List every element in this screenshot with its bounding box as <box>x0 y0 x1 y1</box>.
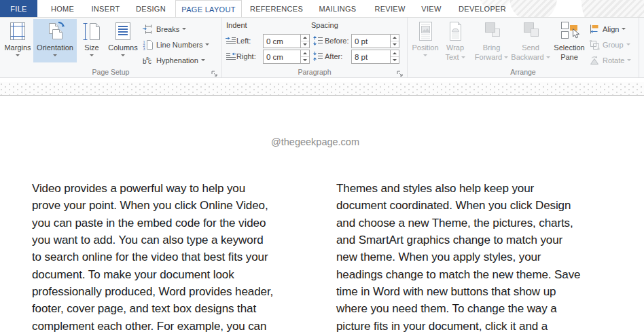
send-backward-icon <box>520 20 541 42</box>
spin-down-button[interactable] <box>301 56 309 63</box>
text-line: to search online for the video that best… <box>32 248 328 265</box>
svg-text:a-: a- <box>146 55 151 60</box>
text-line: professionally produced, Word provides h… <box>32 283 328 300</box>
position-button: Position <box>412 19 438 62</box>
selection-pane-icon <box>558 20 580 42</box>
tab-review[interactable]: REVIEW <box>371 0 409 17</box>
document-top-gap <box>0 82 644 96</box>
tab-home[interactable]: HOME <box>46 0 79 17</box>
svg-text:3: 3 <box>143 46 145 50</box>
text-line: prove your point. When you click Online … <box>32 197 328 214</box>
indent-left-input[interactable] <box>264 35 300 48</box>
spin-down-button[interactable] <box>391 41 399 48</box>
spin-up-button[interactable] <box>301 35 309 41</box>
bring-forward-button: Bring Forward <box>473 19 510 62</box>
bring-forward-icon <box>481 20 503 42</box>
indent-left-spinner <box>300 35 309 48</box>
line-numbers-button[interactable]: 1 2 3 Line Numbers <box>142 37 209 52</box>
spacing-before-field <box>351 34 399 48</box>
tab-developer[interactable]: DEVELOPER <box>454 0 511 17</box>
chevron-down-icon <box>16 54 20 56</box>
indent-left-field <box>263 34 310 48</box>
size-icon <box>81 20 103 42</box>
bring-forward-label: Bring <box>483 43 501 52</box>
indent-right-field <box>263 50 310 64</box>
paragraph-dialog-launcher[interactable] <box>397 68 404 75</box>
arrange-group-label: Arrange <box>408 68 639 76</box>
breaks-icon <box>142 24 154 35</box>
indent-right-label: Right: <box>236 52 256 60</box>
orientation-button[interactable]: Orientation <box>33 19 77 62</box>
spacing-before-icon <box>312 35 324 46</box>
spacing-after-label: After: <box>325 52 342 60</box>
page-setup-group-label: Page Setup <box>0 68 221 76</box>
ribbon-tab-bar: FILE HOME INSERT DESIGN PAGE LAYOUT REFE… <box>0 0 644 18</box>
chevron-down-icon <box>90 54 94 56</box>
group-icon <box>588 39 600 50</box>
selection-pane-button[interactable]: Selection Pane <box>552 19 587 62</box>
columns-label: Columns <box>108 43 137 52</box>
breaks-label: Breaks <box>156 25 179 33</box>
rotate-button: Rotate <box>588 52 631 68</box>
wrap-text-button: Wrap Text <box>440 19 471 62</box>
document-left-column[interactable]: Video provides a powerful way to help yo… <box>32 180 328 332</box>
group-arrange: Position Wrap Text <box>408 18 639 77</box>
spacing-after-icon <box>312 51 324 62</box>
page-setup-dialog-launcher[interactable] <box>211 68 218 75</box>
text-line: picture fits in your document, click it … <box>336 318 632 332</box>
text-line: and SmartArt graphics change to match yo… <box>336 232 632 248</box>
text-line: you want to add. You can also type a key… <box>32 232 328 248</box>
tab-insert[interactable]: INSERT <box>88 0 124 17</box>
orientation-icon <box>44 20 66 42</box>
tab-mailings[interactable]: MAILINGS <box>312 0 363 17</box>
indent-right-spinner <box>300 50 309 63</box>
text-line: Themes and styles also help keep your <box>336 180 632 197</box>
indent-left-icon <box>226 35 237 46</box>
hyphenation-label: Hyphenation <box>156 56 198 64</box>
spacing-before-spinner <box>390 35 399 48</box>
indent-left-label: Left: <box>236 37 251 45</box>
spacing-after-input[interactable] <box>352 50 390 63</box>
hyphenation-button[interactable]: b c a- Hyphenation <box>142 52 209 68</box>
text-line: new theme. When you apply styles, your <box>336 248 632 265</box>
chevron-down-icon <box>626 43 630 45</box>
align-button[interactable]: Align <box>588 21 631 37</box>
margins-button[interactable]: Margins <box>2 19 33 62</box>
watermark-text: @thegeekpage.com <box>0 136 637 147</box>
breaks-button[interactable]: Breaks <box>142 21 209 37</box>
text-line: where you need them. To change the way a <box>336 300 632 317</box>
chevron-down-icon <box>53 54 57 56</box>
margins-icon <box>7 20 29 42</box>
selection-pane-label: Selection <box>554 43 584 52</box>
tab-view[interactable]: VIEW <box>417 0 446 17</box>
chevron-down-icon <box>627 59 631 61</box>
tab-references[interactable]: REFERENCES <box>249 0 304 17</box>
document-right-column[interactable]: Themes and styles also help keep yourdoc… <box>336 180 632 332</box>
columns-button[interactable]: Columns <box>105 19 141 62</box>
chevron-down-icon <box>182 28 186 30</box>
align-icon <box>588 24 600 35</box>
document-page[interactable]: @thegeekpage.com Video provides a powerf… <box>0 96 644 332</box>
spin-down-button[interactable] <box>301 41 309 48</box>
text-line: time in Word with new buttons that show … <box>336 283 632 300</box>
spacing-before-input[interactable] <box>352 35 390 48</box>
spin-up-button[interactable] <box>301 50 309 56</box>
chevron-down-icon <box>423 54 427 56</box>
group-button: Group <box>588 37 631 52</box>
spacing-after-field <box>351 50 399 64</box>
tab-page-layout[interactable]: PAGE LAYOUT <box>175 0 242 18</box>
columns-icon <box>112 20 134 42</box>
text-line: you can paste in the embed code for the … <box>32 215 328 232</box>
tab-file[interactable]: FILE <box>0 0 37 18</box>
spin-up-button[interactable] <box>391 50 399 56</box>
tab-design[interactable]: DESIGN <box>132 0 170 17</box>
spacing-before-label: Before: <box>325 37 348 45</box>
line-numbers-label: Line Numbers <box>156 41 202 49</box>
size-button[interactable]: Size <box>79 19 105 62</box>
word-window: FILE HOME INSERT DESIGN PAGE LAYOUT REFE… <box>0 0 644 332</box>
group-page-setup: Margins Orientation <box>0 18 222 77</box>
orientation-label: Orientation <box>37 43 73 52</box>
indent-right-input[interactable] <box>264 50 300 63</box>
spin-down-button[interactable] <box>391 56 399 63</box>
spin-up-button[interactable] <box>391 35 399 41</box>
